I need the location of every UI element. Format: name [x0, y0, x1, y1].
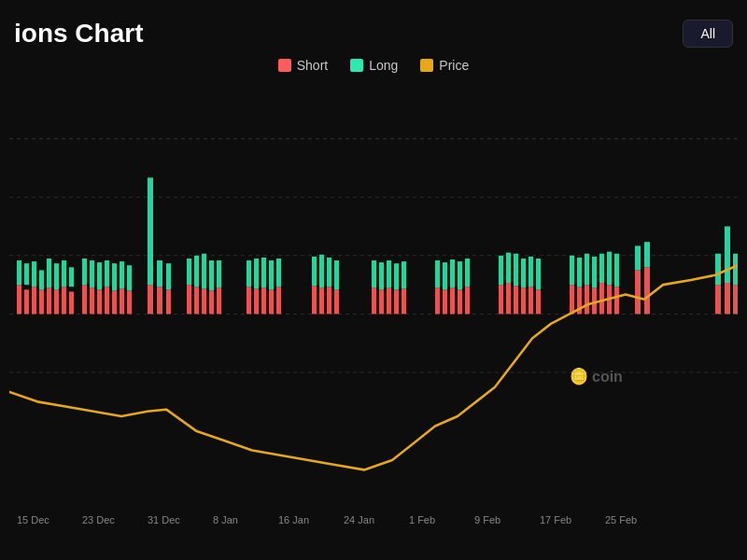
svg-rect-7	[24, 289, 29, 314]
svg-rect-82	[443, 262, 447, 289]
svg-rect-17	[62, 287, 66, 314]
svg-rect-45	[202, 288, 206, 314]
svg-rect-60	[276, 259, 281, 287]
svg-rect-33	[127, 290, 132, 314]
svg-rect-12	[39, 270, 44, 289]
svg-rect-6	[17, 260, 21, 285]
svg-text:8 Jan: 8 Jan	[213, 514, 238, 525]
svg-rect-55	[261, 287, 266, 314]
svg-rect-40	[166, 263, 171, 289]
svg-rect-96	[521, 259, 526, 287]
svg-rect-123	[733, 285, 738, 314]
svg-rect-30	[112, 263, 117, 290]
svg-rect-36	[148, 177, 153, 285]
svg-rect-85	[458, 289, 462, 314]
svg-text:🪙 coin: 🪙 coin	[570, 367, 623, 386]
svg-rect-28	[105, 260, 109, 287]
svg-rect-86	[458, 261, 462, 289]
svg-rect-97	[529, 287, 533, 314]
svg-rect-42	[187, 259, 191, 285]
svg-rect-93	[514, 286, 518, 314]
svg-rect-89	[499, 285, 503, 314]
svg-rect-23	[90, 287, 94, 314]
svg-rect-32	[120, 261, 124, 288]
svg-rect-31	[120, 288, 124, 314]
svg-rect-91	[506, 283, 511, 314]
svg-rect-61	[312, 286, 317, 314]
svg-rect-70	[372, 260, 376, 287]
svg-text:15 Dec: 15 Dec	[17, 514, 49, 525]
svg-text:16 Jan: 16 Jan	[278, 514, 309, 525]
legend-short: Short	[278, 58, 328, 73]
svg-rect-46	[202, 254, 206, 289]
svg-rect-78	[402, 261, 406, 288]
svg-rect-27	[105, 287, 109, 314]
svg-rect-92	[506, 253, 511, 283]
svg-rect-14	[47, 259, 51, 287]
svg-rect-53	[254, 288, 259, 314]
svg-rect-57	[269, 289, 274, 314]
svg-rect-114	[614, 254, 619, 287]
chart-header: ions Chart All	[9, 19, 738, 49]
svg-rect-113	[614, 287, 619, 314]
svg-rect-104	[577, 258, 582, 287]
long-label: Long	[369, 58, 398, 73]
svg-rect-71	[379, 289, 384, 314]
svg-rect-15	[54, 289, 59, 314]
svg-rect-50	[217, 260, 221, 287]
svg-rect-112	[607, 252, 612, 285]
svg-rect-59	[276, 287, 281, 314]
svg-rect-122	[725, 227, 730, 284]
chart-area: 15 Dec 23 Dec 31 Dec 8 Jan 16 Jan 24 Jan…	[9, 80, 738, 528]
svg-rect-98	[529, 257, 533, 287]
all-button[interactable]: All	[683, 20, 733, 48]
svg-rect-75	[394, 289, 399, 314]
svg-rect-13	[47, 287, 51, 314]
legend-price: Price	[420, 58, 469, 73]
svg-rect-39	[166, 289, 171, 314]
svg-rect-56	[261, 258, 266, 287]
long-dot	[350, 59, 363, 72]
svg-rect-43	[194, 287, 199, 314]
svg-rect-101	[570, 285, 574, 314]
svg-rect-48	[209, 260, 214, 290]
short-dot	[278, 59, 291, 72]
price-label: Price	[439, 58, 469, 73]
svg-rect-41	[187, 285, 191, 314]
svg-rect-80	[435, 260, 440, 287]
svg-rect-16	[54, 263, 59, 289]
svg-rect-35	[148, 285, 153, 314]
price-dot	[420, 59, 433, 72]
svg-rect-90	[499, 256, 503, 285]
svg-rect-105	[585, 285, 589, 314]
svg-rect-120	[715, 254, 721, 285]
svg-rect-83	[450, 287, 455, 314]
svg-rect-67	[334, 289, 339, 314]
svg-text:24 Jan: 24 Jan	[344, 514, 374, 525]
svg-rect-65	[327, 287, 331, 314]
svg-rect-68	[334, 260, 339, 289]
svg-rect-95	[521, 287, 526, 314]
chart-container: ions Chart All Short Long Price	[0, 0, 747, 560]
svg-rect-38	[157, 260, 162, 287]
chart-legend: Short Long Price	[9, 58, 738, 73]
svg-rect-115	[635, 270, 641, 314]
svg-rect-62	[312, 257, 317, 286]
svg-rect-52	[247, 260, 251, 287]
svg-rect-44	[194, 256, 199, 287]
svg-text:17 Feb: 17 Feb	[540, 514, 571, 525]
svg-rect-19	[69, 291, 74, 314]
svg-rect-21	[82, 285, 87, 314]
svg-rect-94	[514, 254, 518, 286]
svg-rect-54	[254, 259, 259, 288]
svg-text:23 Dec: 23 Dec	[82, 514, 115, 525]
svg-rect-117	[644, 267, 650, 314]
main-svg: 15 Dec 23 Dec 31 Dec 8 Jan 16 Jan 24 Jan…	[9, 80, 738, 528]
svg-rect-99	[536, 289, 541, 314]
svg-text:31 Dec: 31 Dec	[148, 514, 180, 525]
svg-rect-100	[536, 259, 541, 289]
svg-rect-72	[379, 262, 384, 289]
svg-rect-58	[269, 260, 274, 289]
chart-title: ions Chart	[14, 19, 143, 49]
svg-rect-8	[24, 263, 29, 285]
